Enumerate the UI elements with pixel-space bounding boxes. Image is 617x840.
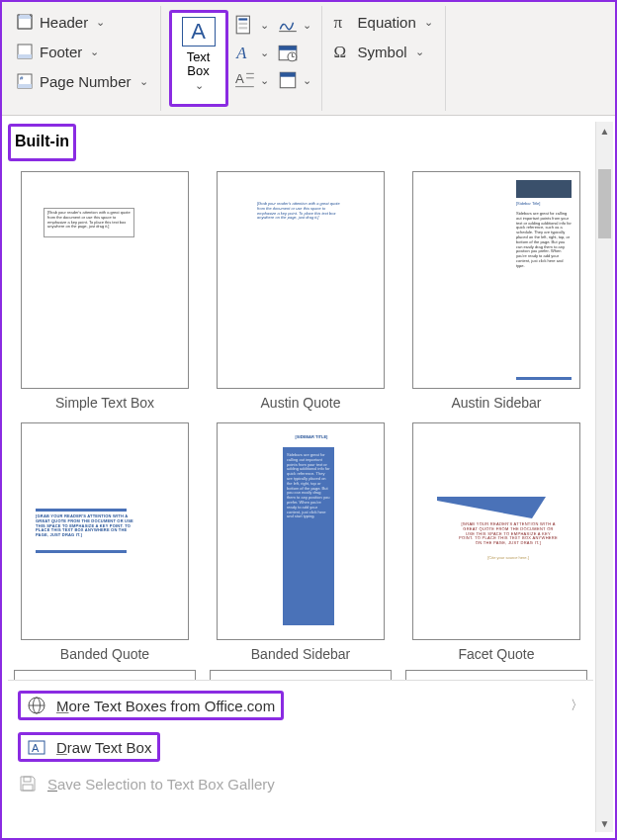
footer-icon — [16, 43, 34, 60]
thumb-preview: [Sidebar Title] Sidebars are great for c… — [412, 171, 580, 389]
footer-button[interactable]: Footer ⌄ — [12, 40, 152, 63]
gallery-item-banded-quote[interactable]: [GRAB YOUR READER'S ATTENTION WITH A GRE… — [14, 422, 196, 662]
svg-rect-11 — [238, 27, 247, 29]
chevron-down-icon: ⌄ — [195, 79, 204, 92]
draw-text-box-label: Draw Text Box — [56, 739, 151, 756]
svg-text:A: A — [32, 742, 40, 754]
word-art-icon: A — [234, 42, 256, 63]
gallery-item-simple-text-box[interactable]: [Grab your reader's attention with a gre… — [14, 171, 196, 411]
chevron-down-icon: ⌄ — [260, 74, 269, 87]
svg-text:A: A — [235, 71, 244, 86]
svg-rect-32 — [23, 785, 33, 791]
gallery-item-facet-quote[interactable]: [GRAB YOUR READER'S ATTENTION WITH A GRE… — [405, 422, 587, 662]
more-text-boxes-label: More Text Boxes from Office.com — [56, 698, 275, 714]
equation-label: Equation — [358, 14, 416, 31]
scrollbar[interactable]: ▲ ▼ — [595, 122, 613, 832]
svg-rect-7 — [18, 84, 32, 88]
gallery-item-austin-quote[interactable]: [Grab your reader's attention with a gre… — [210, 171, 392, 411]
svg-marker-25 — [437, 497, 546, 518]
text-group: A Text Box ⌄ ⌄ A ⌄ A ⌄ ⌄ — [161, 6, 322, 111]
thumb-preview: [Grab your reader's attention with a gre… — [217, 171, 385, 389]
gallery-item-truncated[interactable] — [405, 670, 587, 680]
chevron-down-icon: ⌄ — [415, 46, 424, 58]
thumb-preview: [GRAB YOUR READER'S ATTENTION WITH A GRE… — [412, 422, 580, 640]
svg-rect-19 — [279, 46, 297, 49]
thumb-preview: [Grab your reader's attention with a gre… — [21, 171, 189, 389]
thumb-label: Banded Sidebar — [251, 646, 350, 662]
gallery-section-title: Built-in — [8, 124, 76, 161]
gallery-item-banded-sidebar[interactable]: [SIDEBAR TITLE] Sidebars are great for c… — [210, 422, 392, 662]
page-number-icon: # — [16, 72, 34, 90]
thumb-label: Banded Quote — [60, 646, 149, 662]
thumb-label: Facet Quote — [458, 646, 534, 662]
header-button[interactable]: Header ⌄ — [12, 10, 152, 34]
text-box-gallery-panel: ▲ ▼ Built-in [Grab your reader's attenti… — [2, 116, 615, 838]
text-box-label: Text Box — [187, 50, 211, 79]
svg-rect-9 — [238, 18, 247, 20]
thumb-label: Simple Text Box — [55, 395, 154, 411]
chevron-down-icon: ⌄ — [90, 46, 99, 58]
date-time-button[interactable] — [277, 42, 311, 63]
equation-icon: π — [334, 13, 352, 31]
symbol-icon: Ω — [334, 43, 352, 60]
chevron-down-icon: ⌄ — [96, 16, 105, 29]
header-icon — [16, 13, 34, 31]
symbol-button[interactable]: Ω Symbol ⌄ — [330, 40, 437, 63]
scroll-down-arrow[interactable]: ▼ — [596, 814, 613, 832]
lines-col: ⌄ ⌄ — [275, 10, 313, 107]
object-button[interactable]: ⌄ — [277, 69, 311, 91]
gallery-truncated-row — [8, 670, 593, 680]
text-box-button[interactable]: A Text Box ⌄ — [169, 10, 228, 107]
svg-rect-31 — [24, 777, 31, 782]
scroll-thumb[interactable] — [598, 169, 611, 238]
svg-rect-4 — [18, 54, 32, 58]
svg-text:A: A — [235, 44, 247, 62]
chevron-right-icon: 〉 — [571, 697, 583, 714]
gallery-item-austin-sidebar[interactable]: [Sidebar Title] Sidebars are great for c… — [405, 171, 587, 411]
header-footer-group: Header ⌄ Footer ⌄ # Page Number ⌄ — [4, 6, 161, 111]
chevron-down-icon: ⌄ — [260, 47, 269, 59]
save-icon — [18, 774, 38, 793]
thumb-label: Austin Sidebar — [451, 395, 541, 411]
globe-icon — [27, 696, 46, 715]
equation-button[interactable]: π Equation ⌄ — [330, 10, 437, 34]
text-box-icon: A — [182, 17, 216, 47]
chevron-down-icon: ⌄ — [303, 19, 311, 32]
date-icon — [277, 42, 299, 63]
more-text-boxes-item[interactable]: More Text Boxes from Office.com 〉 — [8, 685, 593, 726]
svg-rect-24 — [280, 72, 295, 76]
chevron-down-icon: ⌄ — [139, 75, 148, 88]
drop-cap-button[interactable]: A ⌄ — [234, 69, 269, 91]
signature-line-button[interactable]: ⌄ — [277, 14, 311, 36]
footer-label: Footer — [40, 44, 82, 60]
page-number-label: Page Number — [40, 73, 132, 90]
quick-parts-button[interactable]: ⌄ — [234, 14, 269, 36]
thumb-preview: [GRAB YOUR READER'S ATTENTION WITH A GRE… — [21, 422, 189, 640]
drop-cap-icon: A — [234, 69, 256, 91]
save-selection-label: Save Selection to Text Box Gallery — [47, 776, 275, 793]
signature-icon — [277, 14, 299, 36]
scroll-up-arrow[interactable]: ▲ — [596, 122, 613, 140]
symbols-group: π Equation ⌄ Ω Symbol ⌄ — [322, 6, 446, 111]
svg-rect-10 — [238, 23, 247, 25]
panel-content: Built-in [Grab your reader's attention w… — [8, 122, 593, 832]
symbol-label: Symbol — [358, 44, 407, 60]
gallery-item-truncated[interactable] — [14, 670, 196, 680]
header-label: Header — [40, 14, 88, 31]
page-number-button[interactable]: # Page Number ⌄ — [12, 69, 152, 93]
gallery-item-truncated[interactable] — [210, 670, 392, 680]
word-art-button[interactable]: A ⌄ — [234, 42, 269, 63]
ribbon: Header ⌄ Footer ⌄ # Page Number ⌄ A Text… — [2, 2, 615, 116]
thumb-label: Austin Quote — [261, 395, 341, 411]
save-selection-item: Save Selection to Text Box Gallery — [8, 768, 593, 799]
gallery-menu-list: More Text Boxes from Office.com 〉 A Draw… — [8, 680, 593, 803]
draw-text-box-item[interactable]: A Draw Text Box — [8, 726, 593, 768]
chevron-down-icon: ⌄ — [260, 19, 269, 32]
chevron-down-icon: ⌄ — [303, 74, 311, 87]
gallery-grid: [Grab your reader's attention with a gre… — [8, 167, 593, 670]
quickparts-col: ⌄ A ⌄ A ⌄ — [232, 10, 271, 107]
quick-parts-icon — [234, 14, 256, 36]
chevron-down-icon: ⌄ — [424, 16, 433, 29]
draw-text-box-icon: A — [27, 737, 46, 757]
object-icon — [277, 69, 299, 91]
